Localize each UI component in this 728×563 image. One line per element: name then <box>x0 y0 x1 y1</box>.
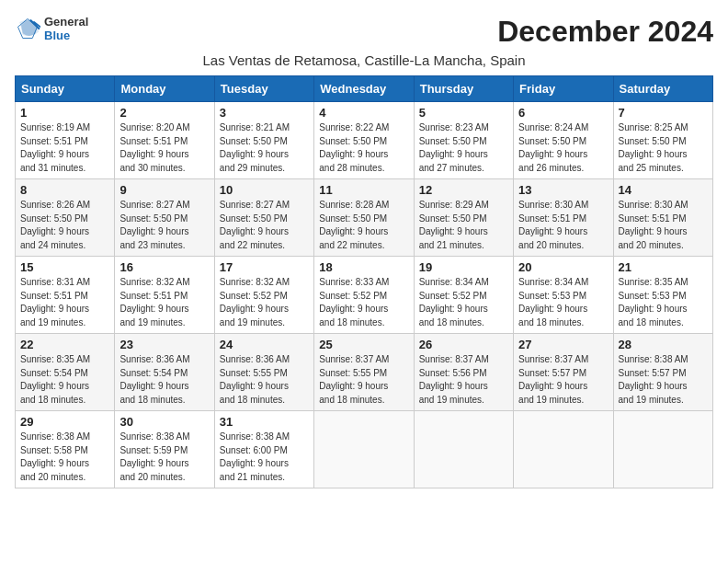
weekday-header: Sunday <box>16 76 115 102</box>
day-number: 30 <box>119 415 209 429</box>
day-number: 26 <box>419 338 508 351</box>
weekday-header: Tuesday <box>214 76 313 102</box>
day-info: Sunrise: 8:25 AM Sunset: 5:50 PM Dayligh… <box>619 121 708 175</box>
calendar-week-row: 15Sunrise: 8:31 AM Sunset: 5:51 PM Dayli… <box>16 257 713 334</box>
day-number: 21 <box>619 260 708 274</box>
calendar-day-cell: 15Sunrise: 8:31 AM Sunset: 5:51 PM Dayli… <box>16 257 115 334</box>
day-info: Sunrise: 8:29 AM Sunset: 5:50 PM Dayligh… <box>419 199 508 252</box>
weekday-header: Friday <box>514 76 613 102</box>
weekday-header: Monday <box>115 76 214 102</box>
calendar-day-cell: 6Sunrise: 8:24 AM Sunset: 5:50 PM Daylig… <box>514 102 613 179</box>
calendar-day-cell <box>414 411 513 488</box>
day-number: 23 <box>119 338 209 351</box>
day-info: Sunrise: 8:24 AM Sunset: 5:50 PM Dayligh… <box>518 121 608 175</box>
day-info: Sunrise: 8:36 AM Sunset: 5:54 PM Dayligh… <box>119 353 209 407</box>
day-number: 7 <box>619 106 708 120</box>
calendar-day-cell: 30Sunrise: 8:38 AM Sunset: 5:59 PM Dayli… <box>115 411 214 488</box>
day-info: Sunrise: 8:28 AM Sunset: 5:50 PM Dayligh… <box>319 199 408 252</box>
day-info: Sunrise: 8:30 AM Sunset: 5:51 PM Dayligh… <box>518 199 608 252</box>
calendar-day-cell: 3Sunrise: 8:21 AM Sunset: 5:50 PM Daylig… <box>214 102 313 179</box>
calendar-day-cell: 20Sunrise: 8:34 AM Sunset: 5:53 PM Dayli… <box>514 257 613 334</box>
day-number: 14 <box>619 183 708 197</box>
logo-general: General <box>44 15 88 29</box>
day-info: Sunrise: 8:37 AM Sunset: 5:57 PM Dayligh… <box>518 353 608 407</box>
weekday-header: Thursday <box>414 76 513 102</box>
calendar-week-row: 22Sunrise: 8:35 AM Sunset: 5:54 PM Dayli… <box>16 334 713 411</box>
day-info: Sunrise: 8:38 AM Sunset: 5:59 PM Dayligh… <box>119 431 209 484</box>
day-number: 6 <box>518 106 608 120</box>
day-info: Sunrise: 8:30 AM Sunset: 5:51 PM Dayligh… <box>619 199 708 252</box>
day-number: 31 <box>220 415 309 429</box>
calendar-day-cell: 2Sunrise: 8:20 AM Sunset: 5:51 PM Daylig… <box>115 102 214 179</box>
day-number: 22 <box>20 338 109 351</box>
day-number: 13 <box>518 183 608 197</box>
day-info: Sunrise: 8:22 AM Sunset: 5:50 PM Dayligh… <box>319 121 408 175</box>
day-number: 12 <box>419 183 508 197</box>
day-number: 3 <box>220 106 309 120</box>
logo-icon <box>15 16 40 41</box>
calendar-day-cell: 14Sunrise: 8:30 AM Sunset: 5:51 PM Dayli… <box>613 179 712 257</box>
month-title: December 2024 <box>497 15 713 49</box>
calendar-day-cell: 10Sunrise: 8:27 AM Sunset: 5:50 PM Dayli… <box>214 179 313 257</box>
calendar-day-cell: 31Sunrise: 8:38 AM Sunset: 6:00 PM Dayli… <box>214 411 313 488</box>
day-number: 25 <box>319 338 408 351</box>
day-number: 18 <box>319 260 408 274</box>
day-number: 10 <box>220 183 309 197</box>
weekday-header: Saturday <box>613 76 712 102</box>
page-container: General Blue December 2024 Las Ventas de… <box>15 15 713 488</box>
calendar-day-cell <box>314 411 414 488</box>
day-number: 2 <box>119 106 209 120</box>
day-number: 28 <box>619 338 708 351</box>
calendar-day-cell: 4Sunrise: 8:22 AM Sunset: 5:50 PM Daylig… <box>314 102 414 179</box>
day-info: Sunrise: 8:37 AM Sunset: 5:55 PM Dayligh… <box>319 353 408 407</box>
calendar-day-cell: 22Sunrise: 8:35 AM Sunset: 5:54 PM Dayli… <box>16 334 115 411</box>
day-info: Sunrise: 8:21 AM Sunset: 5:50 PM Dayligh… <box>220 121 309 175</box>
day-number: 11 <box>319 183 408 197</box>
calendar-day-cell: 9Sunrise: 8:27 AM Sunset: 5:50 PM Daylig… <box>115 179 214 257</box>
day-number: 27 <box>518 338 608 351</box>
logo: General Blue <box>15 15 88 42</box>
calendar-day-cell: 13Sunrise: 8:30 AM Sunset: 5:51 PM Dayli… <box>514 179 613 257</box>
logo-text: General Blue <box>44 15 88 42</box>
calendar-day-cell: 7Sunrise: 8:25 AM Sunset: 5:50 PM Daylig… <box>613 102 712 179</box>
calendar-day-cell: 16Sunrise: 8:32 AM Sunset: 5:51 PM Dayli… <box>115 257 214 334</box>
calendar-day-cell: 19Sunrise: 8:34 AM Sunset: 5:52 PM Dayli… <box>414 257 513 334</box>
header: General Blue December 2024 <box>15 15 713 49</box>
day-info: Sunrise: 8:34 AM Sunset: 5:53 PM Dayligh… <box>518 276 608 329</box>
day-number: 5 <box>419 106 508 120</box>
day-info: Sunrise: 8:35 AM Sunset: 5:53 PM Dayligh… <box>619 276 708 329</box>
day-info: Sunrise: 8:19 AM Sunset: 5:51 PM Dayligh… <box>20 121 109 175</box>
calendar-day-cell: 26Sunrise: 8:37 AM Sunset: 5:56 PM Dayli… <box>414 334 513 411</box>
calendar-day-cell: 29Sunrise: 8:38 AM Sunset: 5:58 PM Dayli… <box>16 411 115 488</box>
calendar-day-cell: 25Sunrise: 8:37 AM Sunset: 5:55 PM Dayli… <box>314 334 414 411</box>
day-info: Sunrise: 8:32 AM Sunset: 5:52 PM Dayligh… <box>220 276 309 329</box>
day-info: Sunrise: 8:31 AM Sunset: 5:51 PM Dayligh… <box>20 276 109 329</box>
calendar-day-cell: 1Sunrise: 8:19 AM Sunset: 5:51 PM Daylig… <box>16 102 115 179</box>
location-title: Las Ventas de Retamosa, Castille-La Manc… <box>15 52 713 68</box>
day-info: Sunrise: 8:32 AM Sunset: 5:51 PM Dayligh… <box>119 276 209 329</box>
day-info: Sunrise: 8:20 AM Sunset: 5:51 PM Dayligh… <box>119 121 209 175</box>
day-info: Sunrise: 8:34 AM Sunset: 5:52 PM Dayligh… <box>419 276 508 329</box>
calendar-week-row: 8Sunrise: 8:26 AM Sunset: 5:50 PM Daylig… <box>16 179 713 257</box>
day-number: 17 <box>220 260 309 274</box>
day-number: 24 <box>220 338 309 351</box>
day-info: Sunrise: 8:27 AM Sunset: 5:50 PM Dayligh… <box>220 199 309 252</box>
calendar-day-cell: 11Sunrise: 8:28 AM Sunset: 5:50 PM Dayli… <box>314 179 414 257</box>
day-info: Sunrise: 8:38 AM Sunset: 5:58 PM Dayligh… <box>20 431 109 484</box>
calendar-day-cell: 8Sunrise: 8:26 AM Sunset: 5:50 PM Daylig… <box>16 179 115 257</box>
calendar-day-cell <box>613 411 712 488</box>
day-number: 16 <box>119 260 209 274</box>
day-number: 20 <box>518 260 608 274</box>
weekday-header: Wednesday <box>314 76 414 102</box>
calendar-day-cell: 28Sunrise: 8:38 AM Sunset: 5:57 PM Dayli… <box>613 334 712 411</box>
day-info: Sunrise: 8:37 AM Sunset: 5:56 PM Dayligh… <box>419 353 508 407</box>
day-info: Sunrise: 8:38 AM Sunset: 5:57 PM Dayligh… <box>619 353 708 407</box>
day-number: 9 <box>119 183 209 197</box>
calendar-day-cell: 27Sunrise: 8:37 AM Sunset: 5:57 PM Dayli… <box>514 334 613 411</box>
day-number: 29 <box>20 415 109 429</box>
day-number: 1 <box>20 106 109 120</box>
day-info: Sunrise: 8:38 AM Sunset: 6:00 PM Dayligh… <box>220 431 309 484</box>
calendar-day-cell <box>514 411 613 488</box>
day-info: Sunrise: 8:33 AM Sunset: 5:52 PM Dayligh… <box>319 276 408 329</box>
calendar-day-cell: 24Sunrise: 8:36 AM Sunset: 5:55 PM Dayli… <box>214 334 313 411</box>
